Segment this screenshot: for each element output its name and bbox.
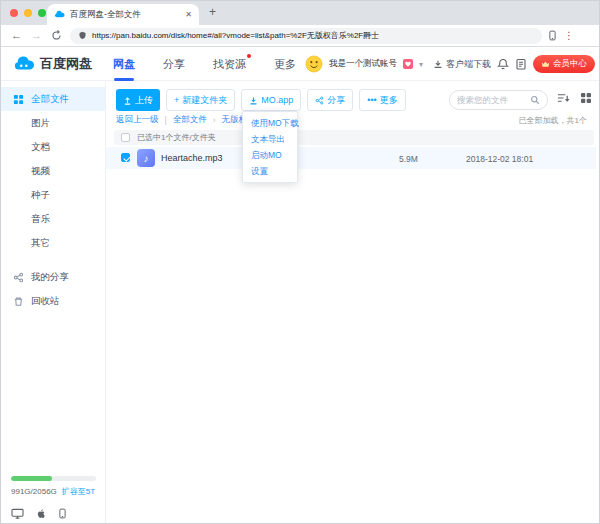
sidebar-divider-gap — [1, 255, 105, 265]
sidebar-item-my-shares[interactable]: 我的分享 — [1, 265, 105, 289]
sidebar-item-label: 回收站 — [31, 295, 60, 308]
sidebar-item-music[interactable]: 音乐 — [1, 207, 105, 231]
download-icon — [433, 59, 443, 69]
selection-bar: 已选中1个文件/文件夹 — [114, 130, 594, 145]
file-row[interactable]: ♪ Heartache.mp3 5.9M 2018-12-02 18:01 — [106, 147, 596, 169]
browser-action-icons: ⋮ — [549, 30, 574, 41]
storage-upgrade-link[interactable]: 扩容至5T — [62, 486, 95, 497]
all-files-grid-icon — [13, 94, 24, 105]
view-controls — [557, 92, 592, 104]
sidebar: 全部文件 图片 文档 视频 种子 音乐 其它 我的分享 回收站 991G/205… — [1, 81, 106, 524]
plus-icon: + — [174, 95, 179, 105]
menu-item-download-with-mo[interactable]: 使用MO下载 — [243, 115, 297, 131]
mobile-client-icon[interactable] — [59, 508, 66, 519]
sidebar-item-recycle-bin[interactable]: 回收站 — [1, 289, 105, 313]
nav-tab-more[interactable]: 更多 — [274, 47, 296, 81]
ellipsis-icon: ••• — [367, 95, 376, 105]
upload-button[interactable]: 上传 — [116, 89, 160, 111]
netdisk-cloud-icon — [13, 53, 35, 75]
account-area: 我是一个测试账号 ▾ 客户端下载 会员中心 — [305, 47, 595, 81]
browser-nav-buttons: ← → — [11, 30, 62, 41]
tab-close-icon[interactable]: ✕ — [185, 10, 192, 19]
sidebar-item-torrents[interactable]: 种子 — [1, 183, 105, 207]
site-security-shield-icon[interactable] — [78, 31, 87, 40]
sidebar-item-label: 我的分享 — [31, 271, 69, 284]
new-folder-label: 新建文件夹 — [182, 94, 227, 107]
baidu-netdisk-logo[interactable]: 百度网盘 — [13, 53, 92, 75]
browser-tab-strip: 百度网盘-全部文件 ✕ + — [1, 1, 600, 25]
account-chevron-down-icon[interactable]: ▾ — [419, 60, 423, 69]
grid-view-icon[interactable] — [580, 92, 592, 104]
client-download-link[interactable]: 客户端下载 — [433, 58, 491, 71]
breadcrumb-divider: | — [165, 115, 167, 125]
nav-tab-netdisk[interactable]: 网盘 — [113, 47, 135, 81]
new-tab-button[interactable]: + — [209, 5, 216, 19]
primary-nav: 网盘 分享 找资源 更多 — [113, 47, 296, 81]
share-button[interactable]: 分享 — [307, 89, 353, 111]
nav-tab-share[interactable]: 分享 — [163, 47, 185, 81]
upload-label: 上传 — [135, 94, 153, 107]
sidebar-item-label: 全部文件 — [31, 93, 69, 106]
nav-tab-find-resources-label: 找资源 — [213, 57, 246, 72]
install-app-icon[interactable] — [549, 30, 556, 41]
sort-list-icon[interactable] — [557, 92, 570, 104]
mo-app-dropdown-menu: 使用MO下载 文本导出 启动MO 设置 — [242, 111, 298, 183]
avatar[interactable] — [305, 55, 323, 73]
vip-center-label: 会员中心 — [553, 58, 587, 70]
share-icon — [13, 272, 24, 283]
share-label: 分享 — [327, 94, 345, 107]
back-icon[interactable]: ← — [11, 30, 22, 41]
url-text: https://pan.baidu.com/disk/home#/all?vmo… — [92, 30, 379, 41]
upload-icon — [123, 96, 132, 105]
load-status-text: 已全部加载，共1个 — [519, 115, 587, 126]
file-search-box — [449, 90, 548, 110]
forward-icon[interactable]: → — [31, 30, 42, 41]
bell-icon[interactable] — [497, 58, 509, 70]
more-button[interactable]: ••• 更多 — [359, 89, 405, 111]
account-name[interactable]: 我是一个测试账号 — [329, 58, 397, 70]
menu-item-launch-mo[interactable]: 启动MO — [243, 147, 297, 163]
address-bar[interactable]: https://pan.baidu.com/disk/home#/all?vmo… — [70, 28, 542, 44]
window-close-button[interactable] — [10, 9, 18, 17]
desktop-client-icon[interactable] — [11, 508, 24, 519]
nav-tab-find-resources[interactable]: 找资源 — [213, 47, 246, 81]
trash-icon — [13, 296, 24, 307]
storage-widget: 991G/2056G 扩容至5T — [11, 476, 96, 497]
breadcrumb-all-files-link[interactable]: 全部文件 — [173, 114, 207, 126]
menu-item-text-export[interactable]: 文本导出 — [243, 131, 297, 147]
file-name[interactable]: Heartache.mp3 — [161, 153, 223, 163]
share-icon — [315, 96, 324, 105]
browser-tab[interactable]: 百度网盘-全部文件 ✕ — [47, 4, 199, 25]
selection-count-text: 已选中1个文件/文件夹 — [137, 132, 216, 143]
sidebar-item-images[interactable]: 图片 — [1, 111, 105, 135]
select-all-checkbox[interactable] — [121, 133, 130, 142]
mo-app-label: MO.app — [261, 95, 293, 105]
reload-icon[interactable] — [51, 30, 62, 41]
menu-item-settings[interactable]: 设置 — [243, 163, 297, 179]
member-level-badge-icon — [403, 59, 413, 69]
sidebar-item-other[interactable]: 其它 — [1, 231, 105, 255]
tab-title: 百度网盘-全部文件 — [70, 9, 180, 21]
sidebar-item-all-files[interactable]: 全部文件 — [1, 87, 105, 111]
breadcrumb-back-link[interactable]: 返回上一级 — [116, 114, 159, 126]
window-controls — [10, 9, 46, 17]
client-platform-icons — [11, 508, 66, 519]
file-toolbar: 上传 + 新建文件夹 MO.app 分享 ••• 更多 — [116, 89, 406, 111]
search-input[interactable] — [457, 95, 526, 105]
row-checkbox[interactable] — [121, 153, 130, 162]
music-file-icon: ♪ — [137, 149, 155, 167]
new-folder-button[interactable]: + 新建文件夹 — [166, 89, 235, 111]
storage-bar-track — [11, 476, 96, 481]
browser-menu-kebab-icon[interactable]: ⋮ — [564, 31, 574, 41]
mo-app-dropdown-button[interactable]: MO.app — [241, 89, 301, 111]
window-minimize-button[interactable] — [24, 9, 32, 17]
feedback-clipboard-icon[interactable] — [515, 58, 527, 70]
storage-bar-fill — [11, 476, 52, 481]
vip-center-button[interactable]: 会员中心 — [533, 55, 595, 73]
crown-icon — [541, 60, 550, 68]
sidebar-item-documents[interactable]: 文档 — [1, 135, 105, 159]
window-zoom-button[interactable] — [38, 9, 46, 17]
sidebar-item-videos[interactable]: 视频 — [1, 159, 105, 183]
search-icon[interactable] — [530, 95, 540, 105]
apple-client-icon[interactable] — [36, 508, 47, 519]
